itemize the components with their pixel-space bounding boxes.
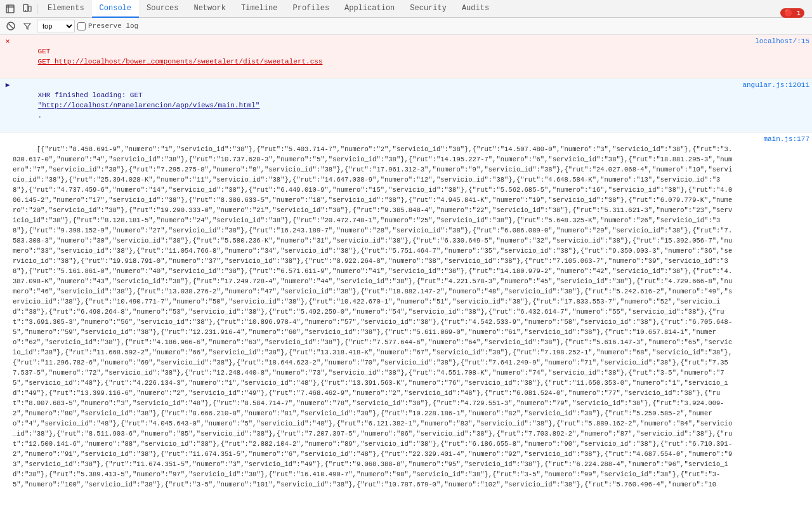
xhr-url-link[interactable]: "http://localhost/nPanelarencion/app/vie…	[38, 102, 260, 109]
svg-line-7	[9, 24, 13, 29]
console-content: ✕ GET GET http://localhost/bower_compone…	[0, 35, 812, 489]
device-mode-button[interactable]	[19, 1, 34, 17]
info-line-source[interactable]: angular.js:12011	[733, 80, 809, 90]
tab-elements-label: Elements	[48, 4, 84, 13]
error-badge: 🔴 1	[780, 8, 804, 18]
tab-application-label: Application	[344, 4, 395, 13]
data-line-content: [{"rut":"8.458.691-9","numero":"1","serv…	[13, 134, 733, 489]
inspect-element-button[interactable]	[3, 1, 18, 17]
tab-network-label: Network	[193, 4, 225, 13]
tab-security[interactable]: Security	[402, 0, 454, 18]
svg-rect-4	[29, 6, 31, 11]
console-data-line[interactable]: [{"rut":"8.458.691-9","numero":"1","serv…	[0, 133, 812, 489]
tab-security-label: Security	[410, 4, 447, 13]
tab-sources-label: Sources	[147, 4, 178, 13]
svg-point-5	[25, 10, 26, 10]
console-toolbar: top Preserve log	[0, 18, 812, 35]
info-line-content: XHR finished loading: GET "http://localh…	[13, 80, 733, 131]
error-icon: ✕	[3, 36, 13, 46]
toolbar-separator	[37, 4, 37, 14]
tab-timeline[interactable]: Timeline	[233, 0, 285, 18]
console-info-line[interactable]: ▶ XHR finished loading: GET "http://loca…	[0, 79, 812, 133]
tab-network[interactable]: Network	[186, 0, 233, 18]
console-error-line[interactable]: ✕ GET GET http://localhost/bower_compone…	[0, 35, 812, 79]
error-line-content: GET GET http://localhost/bower_component…	[13, 36, 733, 77]
svg-rect-0	[6, 5, 14, 13]
preserve-log-label[interactable]: Preserve log	[88, 22, 138, 30]
filter-button[interactable]	[20, 19, 34, 33]
tab-profiles-label: Profiles	[292, 4, 329, 13]
tab-profiles[interactable]: Profiles	[285, 0, 337, 18]
tab-audits[interactable]: Audits	[454, 0, 497, 18]
data-line-source[interactable]: main.js:177	[733, 134, 809, 144]
tab-sources[interactable]: Sources	[139, 0, 186, 18]
error-url-link[interactable]: GET http://localhost/bower_components/sw…	[38, 58, 323, 65]
error-line-source[interactable]: localhost/:15	[733, 36, 809, 46]
expand-arrow-icon[interactable]: ▶	[3, 80, 13, 90]
devtools-toolbar: Elements Console Sources Network Timelin…	[0, 0, 812, 18]
clear-console-button[interactable]	[4, 19, 18, 33]
tab-console-label: Console	[100, 4, 131, 13]
tab-elements[interactable]: Elements	[40, 0, 92, 18]
preserve-log-checkbox[interactable]	[77, 22, 86, 30]
tab-timeline-label: Timeline	[241, 4, 278, 13]
tab-application[interactable]: Application	[337, 0, 402, 18]
level-filter-select[interactable]: top	[37, 20, 75, 32]
tab-console[interactable]: Console	[92, 0, 139, 18]
tab-audits-label: Audits	[462, 4, 489, 13]
